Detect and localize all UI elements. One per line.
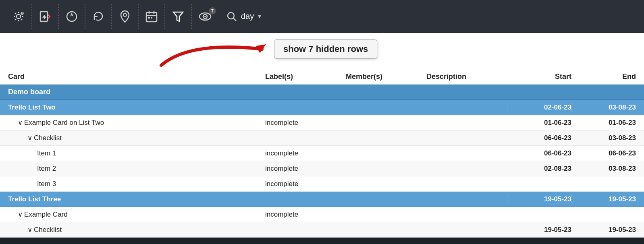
expand-icon[interactable]: ∨ (27, 134, 32, 142)
cell-start: 01-06-23 (507, 119, 571, 127)
table-row[interactable]: Trello List Two 02-06-23 03-08-23 (0, 100, 644, 115)
cell-card: Trello List Three (8, 195, 265, 203)
eye-badge: 7 (209, 7, 216, 14)
cell-start: 02-08-23 (507, 165, 571, 173)
cell-card: Item 3 (8, 180, 265, 188)
settings-icon (12, 10, 25, 23)
cell-card: Item 1 (8, 149, 265, 157)
col-start: Start (507, 72, 571, 81)
card-name: ∨Example Card on List Two (8, 118, 104, 127)
table-row[interactable]: ∨Example Card incomplete (0, 207, 644, 222)
table-row[interactable]: Item 3 incomplete (0, 176, 644, 192)
cell-end: 03-08-23 (571, 134, 636, 142)
content-area: show 7 hidden rows Card Label(s) Member(… (0, 33, 644, 238)
col-members: Member(s) (346, 72, 426, 81)
cell-end: 06-06-23 (571, 149, 636, 157)
cell-card: Item 2 (8, 165, 265, 173)
table-row[interactable]: Demo board (0, 85, 644, 100)
filter-icon (172, 10, 184, 23)
cell-end: 19-05-23 (571, 195, 636, 203)
expand-icon[interactable]: ∨ (18, 210, 23, 219)
calendar-button[interactable] (140, 4, 165, 29)
col-end: End (571, 72, 636, 81)
location-button[interactable] (114, 4, 139, 29)
list-name: Trello List Two (8, 103, 56, 111)
expand-icon[interactable]: ∨ (18, 118, 23, 127)
svg-point-12 (228, 12, 234, 19)
chevron-down-icon: ▾ (258, 12, 261, 20)
calendar-icon (145, 10, 158, 23)
cell-card: ∨Example Card on List Two (8, 118, 265, 127)
red-arrow (149, 37, 294, 69)
card-name: ∨Checklist (8, 225, 62, 234)
svg-rect-7 (148, 17, 150, 19)
col-labels: Label(s) (265, 72, 346, 81)
refresh-button[interactable] (87, 4, 112, 29)
cell-card: Demo board (8, 88, 265, 96)
cell-start: 19-05-23 (507, 226, 571, 234)
card-name: ∨Example Card (8, 210, 68, 219)
cell-start: 02-06-23 (507, 103, 571, 112)
cell-label: incomplete (265, 211, 346, 219)
table-row[interactable]: Item 1 incomplete 06-06-23 06-06-23 (0, 146, 644, 161)
cell-start: 19-05-23 (507, 195, 571, 203)
cell-label: incomplete (265, 149, 346, 157)
settings-button[interactable] (7, 4, 32, 29)
tooltip-text: show 7 hidden rows (283, 44, 368, 54)
card-name: Item 2 (8, 165, 56, 173)
table-body: Demo board Trello List Two 02-06-23 03-0… (0, 85, 644, 238)
col-card: Card (8, 72, 265, 81)
expand-icon[interactable]: ∨ (27, 225, 32, 234)
table-row[interactable]: ∨Example Card on List Two incomplete 01-… (0, 115, 644, 130)
table-row[interactable]: Item 2 incomplete 02-08-23 03-08-23 (0, 161, 644, 176)
location-icon (119, 10, 131, 23)
navigate-button[interactable] (60, 4, 85, 29)
day-label[interactable]: day (241, 12, 254, 21)
card-name: Item 1 (8, 149, 56, 157)
table-row[interactable]: Trello List Three 19-05-23 19-05-23 (0, 192, 644, 207)
cell-card: ∨Example Card (8, 210, 265, 219)
cell-end: 03-08-23 (571, 165, 636, 173)
list-name: Trello List Three (8, 195, 61, 203)
cell-card: ∨Checklist (8, 225, 265, 234)
svg-point-2 (22, 13, 23, 14)
cell-card: Trello List Two (8, 103, 265, 112)
navigate-icon (66, 10, 78, 23)
refresh-icon (92, 10, 104, 23)
card-name: Item 3 (8, 180, 56, 188)
table-row[interactable]: ∨Checklist 06-06-23 03-08-23 (0, 130, 644, 146)
toolbar: 7 day ▾ (0, 0, 644, 33)
table-row[interactable]: ∨Checklist 19-05-23 19-05-23 (0, 222, 644, 238)
cell-label: incomplete (265, 119, 346, 127)
table-header: Card Label(s) Member(s) Description Star… (0, 69, 644, 85)
search-icon (226, 11, 237, 22)
cell-end: 03-08-23 (571, 103, 636, 112)
cell-start: 06-06-23 (507, 134, 571, 142)
filter-button[interactable] (167, 4, 192, 29)
cell-card: ∨Checklist (8, 134, 265, 142)
cell-label: incomplete (265, 180, 346, 188)
svg-point-0 (17, 14, 21, 19)
group-name: Demo board (8, 88, 50, 96)
cell-end: 19-05-23 (571, 226, 636, 234)
eye-button[interactable]: 7 (193, 4, 218, 29)
search-area: day ▾ (226, 11, 261, 22)
cell-label: incomplete (265, 165, 346, 173)
svg-point-11 (204, 16, 206, 17)
export-icon (39, 10, 51, 23)
cell-start: 06-06-23 (507, 149, 571, 157)
svg-rect-8 (151, 17, 152, 19)
col-description: Description (426, 72, 507, 81)
tooltip-box[interactable]: show 7 hidden rows (274, 39, 377, 59)
tooltip-area: show 7 hidden rows (0, 33, 644, 69)
card-name: ∨Checklist (8, 134, 62, 142)
cell-end: 01-06-23 (571, 119, 636, 127)
svg-point-5 (123, 13, 127, 17)
export-button[interactable] (34, 4, 59, 29)
